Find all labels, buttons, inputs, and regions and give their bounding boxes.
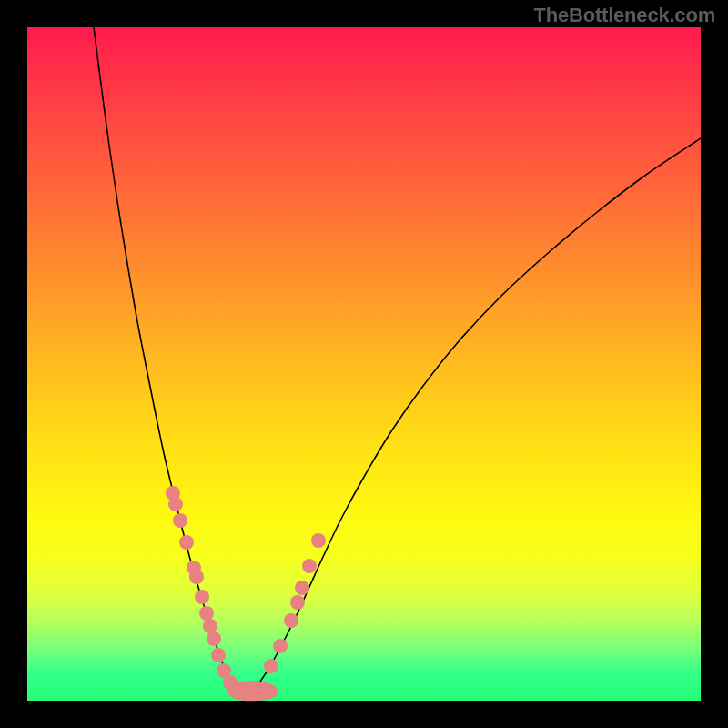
plot-area: [27, 27, 701, 701]
left-curve: [94, 27, 246, 694]
data-point: [290, 595, 305, 610]
data-point: [211, 648, 226, 662]
left-scatter: [166, 486, 246, 699]
data-point: [179, 535, 194, 550]
chart-frame: TheBottleneck.com: [0, 0, 728, 728]
data-point: [264, 659, 278, 673]
data-point: [231, 684, 246, 699]
data-point: [273, 639, 288, 653]
data-point: [207, 632, 221, 646]
curves-svg: [27, 27, 701, 701]
data-point: [195, 590, 209, 604]
data-point: [173, 513, 187, 528]
watermark-label: TheBottleneck.com: [533, 4, 715, 27]
data-point: [199, 606, 214, 621]
right-scatter: [264, 533, 326, 673]
data-point: [295, 581, 309, 595]
data-point: [284, 613, 298, 628]
data-point: [311, 533, 326, 548]
data-point: [168, 497, 183, 511]
data-point: [189, 570, 204, 584]
right-curve: [246, 138, 701, 694]
data-point: [302, 559, 317, 573]
data-point: [203, 619, 217, 633]
